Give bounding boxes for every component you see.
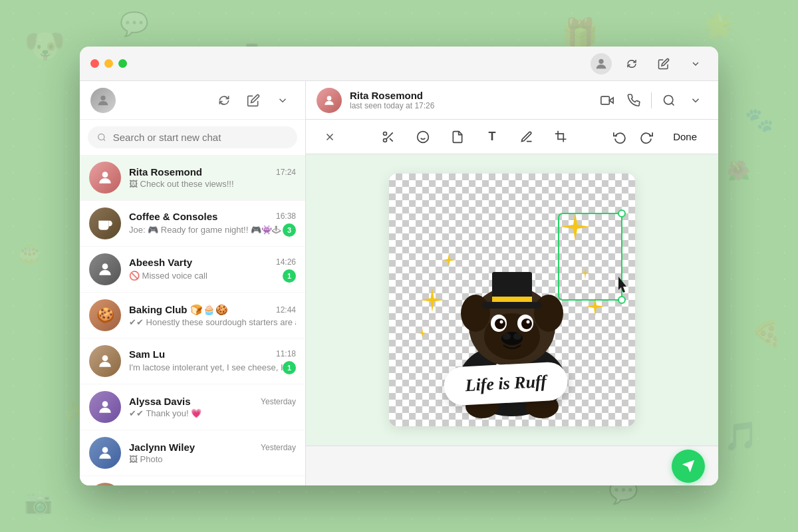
chat-time: 16:38 [276,211,296,221]
svg-point-2 [98,134,104,140]
chat-preview: I'm lactose intolerant yet, I see cheese… [129,362,283,372]
unread-badge: 1 [283,361,296,374]
avatar [89,207,121,239]
chat-preview: 🖼 Check out these views!!! [129,179,234,189]
chat-name: Baking Club 🍞🧁🍪 [129,304,228,316]
sidebar-refresh-button[interactable] [212,88,236,112]
chat-time: 12:44 [276,305,296,315]
chat-panel: Rita Rosemond last seen today at 17:26 [306,81,718,485]
svg-line-17 [672,102,674,105]
sticker-canvas[interactable]: Life is Ruff [389,174,635,426]
svg-point-21 [384,138,387,142]
chat-list: Rita Rosemond 17:24 🖼 Check out these vi… [80,155,305,485]
scissors-tool[interactable] [378,126,399,148]
close-button[interactable] [90,59,99,68]
sidebar-menu-button[interactable] [271,88,295,112]
editor-close-button[interactable] [319,126,340,148]
chat-time: Yesterday [261,397,296,406]
refresh-button[interactable] [620,52,644,76]
svg-point-24 [418,131,429,142]
crop-tool[interactable] [551,126,572,148]
chat-name: Abeesh Varty [129,257,192,268]
minimize-button[interactable] [104,59,113,68]
emoji-tool[interactable] [412,126,434,148]
video-call-button[interactable] [595,88,619,112]
list-item[interactable]: Alyssa Davis Yesterday ✔✔ Thank you! 💗 [80,384,305,430]
chat-preview: Joe: 🎮 Ready for game night!! 🎮👾🕹 [129,225,281,235]
chevron-down-icon[interactable] [684,52,708,76]
pen-tool[interactable] [516,126,537,148]
title-avatar[interactable] [591,53,612,74]
voice-call-button[interactable] [622,88,646,112]
chat-time: 17:24 [276,168,296,177]
toolbar-tools: T [378,126,572,148]
avatar: 🍪 [89,299,121,331]
undo-button[interactable] [609,126,630,148]
svg-point-9 [102,355,108,361]
contact-avatar[interactable] [317,88,342,113]
svg-point-38 [500,321,503,324]
svg-point-11 [102,447,108,453]
chat-preview: ✔✔ Honestly these sourdough starters are… [129,317,296,327]
svg-point-16 [664,95,673,104]
list-item[interactable]: Coffee & Consoles 16:38 Joe: 🎮 Ready for… [80,201,305,247]
sidebar-compose-button[interactable] [241,88,265,112]
svg-point-13 [327,96,332,100]
svg-rect-47 [492,297,532,302]
chat-time: 14:26 [276,257,296,267]
sticker-editor: T [306,120,718,485]
list-item[interactable]: Rita Rosemond 17:24 🖼 Check out these vi… [80,155,305,201]
chat-preview: 🖼 Photo [129,454,163,464]
svg-point-8 [102,263,108,269]
search-icon [97,132,106,142]
done-button[interactable]: Done [665,127,705,146]
redo-button[interactable] [636,126,657,148]
svg-line-23 [390,138,393,142]
svg-point-39 [527,321,530,324]
chat-name: Alyssa Davis [129,396,191,407]
chat-header: Rita Rosemond last seen today at 17:26 [306,81,718,120]
svg-point-4 [102,172,108,178]
chat-name: Coffee & Consoles [129,211,217,222]
send-button[interactable] [672,450,705,483]
chat-preview: ✔✔ Thank you! 💗 [129,408,201,418]
editor-toolbar: T [306,120,718,154]
list-item[interactable]: Jaclynn Wiley Yesterday 🖼 Photo [80,430,305,476]
chat-preview: 🚫 Missed voice call [129,271,207,281]
unread-badge: 3 [283,223,296,237]
svg-point-0 [598,59,603,63]
list-item[interactable]: Abeesh Varty 14:26 🚫 Missed voice call 1 [80,247,305,293]
editor-canvas-area: Life is Ruff [306,154,718,446]
contact-status: last seen today at 17:26 [350,101,587,110]
unread-badge: 1 [283,269,296,283]
chat-search-button[interactable] [657,88,681,112]
divider [651,92,652,108]
svg-rect-46 [482,302,542,309]
avatar [89,162,121,194]
sticker-text-banner: Life is Ruff [443,361,569,406]
title-bar [80,47,718,81]
app-content: Rita Rosemond 17:24 🖼 Check out these vi… [80,81,718,485]
list-item[interactable]: Sam Lu 11:18 I'm lactose intolerant yet,… [80,338,305,384]
maximize-button[interactable] [118,59,127,68]
sticker-tool[interactable] [447,126,468,148]
search-bar [88,126,297,148]
user-avatar[interactable] [90,88,116,113]
list-item[interactable]: Mum Yesterday ✔✔ Night, love you too xx [80,476,305,485]
text-tool[interactable]: T [481,126,503,148]
svg-point-43 [461,295,490,332]
svg-rect-15 [601,96,610,104]
svg-line-3 [104,139,105,140]
chat-name: Rita Rosemond [129,166,202,178]
svg-point-1 [100,95,105,100]
svg-point-36 [495,319,505,329]
avatar [89,345,121,377]
chat-menu-button[interactable] [684,88,708,112]
avatar [89,483,121,485]
chat-name: Jaclynn Wiley [129,442,195,453]
list-item[interactable]: 🍪 Baking Club 🍞🧁🍪 12:44 ✔✔ Honestly thes… [80,293,305,338]
search-input[interactable] [113,132,288,143]
sidebar-header [80,81,305,120]
compose-button[interactable] [652,52,676,76]
svg-point-51 [618,210,625,217]
